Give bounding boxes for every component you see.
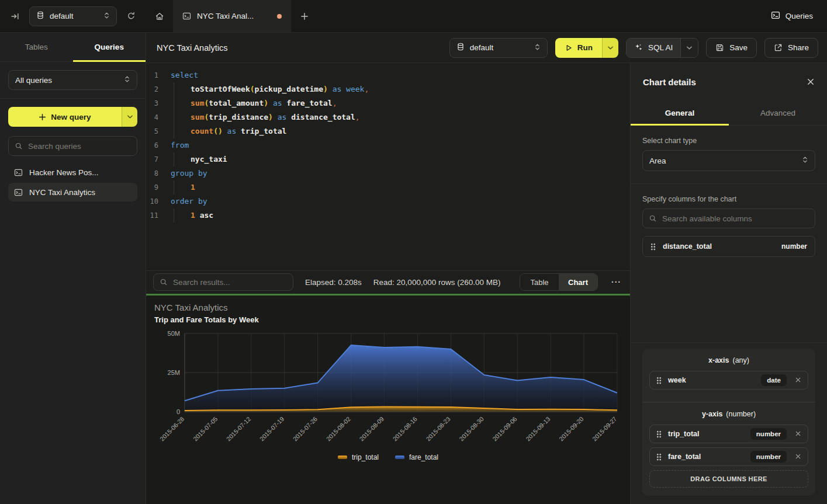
svg-text:2015-07-05: 2015-07-05 <box>192 415 219 442</box>
code-line[interactable]: 6from <box>146 138 630 152</box>
query-filter-select[interactable]: All queries <box>8 70 137 90</box>
query-search-input[interactable] <box>28 142 131 151</box>
close-icon <box>795 453 801 461</box>
available-column-chip[interactable]: distance_totalnumber <box>642 236 815 257</box>
refresh-button[interactable] <box>124 9 138 23</box>
sql-editor[interactable]: 1select2toStartOfWeek(pickup_datetime) a… <box>146 63 630 270</box>
query-header-controls: default Run <box>449 38 818 58</box>
sidebar-tabs: Tables Queries <box>0 33 146 62</box>
x-axis-section: x-axis(any) weekdate <box>649 349 808 402</box>
top-bar-left: default <box>0 0 146 32</box>
y-axis-section: y-axis(number) trip_totalnumberfare_tota… <box>649 402 808 496</box>
results-search-input[interactable] <box>173 278 287 287</box>
remove-column-button[interactable] <box>795 376 801 385</box>
code-line[interactable]: 10order by <box>146 194 630 208</box>
view-toggle-table[interactable]: Table <box>520 274 559 290</box>
svg-text:2015-09-20: 2015-09-20 <box>558 415 585 442</box>
run-button[interactable]: Run <box>555 38 602 58</box>
run-dropdown-button[interactable] <box>602 38 618 58</box>
home-button[interactable] <box>146 0 173 32</box>
new-query-button[interactable]: New query <box>8 107 122 127</box>
legend-item[interactable]: trip_total <box>338 453 379 461</box>
drag-columns-drop-zone[interactable]: DRAG COLUMNS HERE <box>649 470 808 488</box>
chart-legend: trip_totalfare_total <box>154 453 622 461</box>
remove-column-button[interactable] <box>795 430 801 439</box>
terminal-icon <box>14 168 23 177</box>
drag-handle-icon[interactable] <box>650 243 656 251</box>
database-selector-value: default <box>470 43 494 52</box>
y-axis-heading: y-axis(number) <box>649 410 808 418</box>
sidebar-tab-queries[interactable]: Queries <box>73 33 146 61</box>
tab-general[interactable]: General <box>631 100 729 125</box>
columns-search-box[interactable] <box>642 208 815 228</box>
read-stat: Read: 20,000,000 rows (260.00 MB) <box>373 278 501 287</box>
tab-advanced[interactable]: Advanced <box>729 100 827 125</box>
tab-nyc-taxi-analytics[interactable]: NYC Taxi Anal... <box>173 0 291 32</box>
save-button[interactable]: Save <box>706 38 757 58</box>
query-title: NYC Taxi Analytics <box>157 43 227 53</box>
code-line[interactable]: 3sum(total_amount) as fare_total, <box>146 96 630 110</box>
drag-handle-icon[interactable] <box>656 430 662 438</box>
line-number: 11 <box>146 208 167 223</box>
legend-label: trip_total <box>352 453 379 461</box>
legend-item[interactable]: fare_total <box>395 453 438 461</box>
new-tab-button[interactable] <box>291 0 318 32</box>
save-icon <box>715 43 724 52</box>
legend-label: fare_total <box>409 453 438 461</box>
new-query-label: New query <box>51 113 91 121</box>
app-window: default NYC Taxi Anal... Querie <box>0 0 827 504</box>
remove-column-button[interactable] <box>795 453 801 461</box>
share-button[interactable]: Share <box>764 38 818 58</box>
home-icon <box>155 12 164 21</box>
code-line[interactable]: 91 <box>146 180 630 194</box>
query-search-box[interactable] <box>8 136 137 156</box>
drag-handle-icon[interactable] <box>656 453 662 461</box>
sql-ai-button[interactable]: SQL AI <box>627 39 680 57</box>
sidebar-tab-tables[interactable]: Tables <box>0 33 73 61</box>
drag-handle-icon[interactable] <box>656 377 662 384</box>
main-area: NYC Taxi Analytics default Run <box>146 33 827 504</box>
line-number: 6 <box>146 138 167 152</box>
axis-column-chip[interactable]: weekdate <box>649 371 808 390</box>
chart-type-label: Select chart type <box>642 137 815 145</box>
columns-search-input[interactable] <box>662 214 809 223</box>
code-line[interactable]: 111 asc <box>146 208 630 223</box>
line-number: 3 <box>146 96 167 110</box>
unsaved-dot-icon <box>277 14 282 19</box>
column-type-badge: number <box>750 428 787 440</box>
database-selector[interactable]: default <box>29 6 117 26</box>
sidebar-query-item[interactable]: Hacker News Pos... <box>8 163 137 182</box>
results-search-box[interactable] <box>153 273 293 291</box>
chart-pane: NYC Taxi Analytics Trip and Fare Totals … <box>146 296 630 504</box>
chart-type-select[interactable]: Area <box>642 150 815 171</box>
axis-column-chip[interactable]: fare_totalnumber <box>649 447 808 466</box>
new-query-dropdown-button[interactable] <box>122 107 137 127</box>
code-line[interactable]: 2toStartOfWeek(pickup_datetime) as week, <box>146 82 630 96</box>
column-name: distance_total <box>663 242 712 251</box>
code-line[interactable]: 4sum(trip_distance) as distance_total, <box>146 110 630 124</box>
sql-ai-dropdown-button[interactable] <box>680 39 698 57</box>
trend-chart[interactable]: 025M50M2015-06-282015-07-052015-07-12201… <box>154 328 622 453</box>
chart-details-body: Select chart type Area Specify columns f… <box>631 126 827 504</box>
code-line[interactable]: 8group by <box>146 166 630 180</box>
svg-text:2015-09-27: 2015-09-27 <box>591 415 618 442</box>
axis-column-chip[interactable]: trip_totalnumber <box>649 425 808 443</box>
sidebar-query-item[interactable]: NYC Taxi Analytics <box>8 183 137 201</box>
svg-text:2015-09-13: 2015-09-13 <box>524 415 552 442</box>
refresh-icon <box>127 12 136 20</box>
y-axis-chips: trip_totalnumberfare_totalnumber <box>649 425 808 466</box>
collapse-sidebar-button[interactable] <box>8 9 22 23</box>
svg-text:2015-07-12: 2015-07-12 <box>225 415 252 442</box>
view-toggle-chart[interactable]: Chart <box>559 274 597 290</box>
code-line[interactable]: 5count() as trip_total <box>146 124 630 138</box>
close-panel-button[interactable] <box>807 78 815 86</box>
database-selector[interactable]: default <box>449 38 548 58</box>
columns-label: Specify columns for the chart <box>642 195 815 203</box>
queries-button[interactable]: Queries <box>771 11 813 22</box>
more-options-button[interactable]: ··· <box>610 277 623 287</box>
elapsed-stat: Elapsed: 0.208s <box>305 278 362 287</box>
chevron-updown-icon <box>103 12 110 21</box>
code-line[interactable]: 7nyc_taxi <box>146 152 630 166</box>
line-number: 1 <box>146 68 167 82</box>
code-line[interactable]: 1select <box>146 68 630 82</box>
